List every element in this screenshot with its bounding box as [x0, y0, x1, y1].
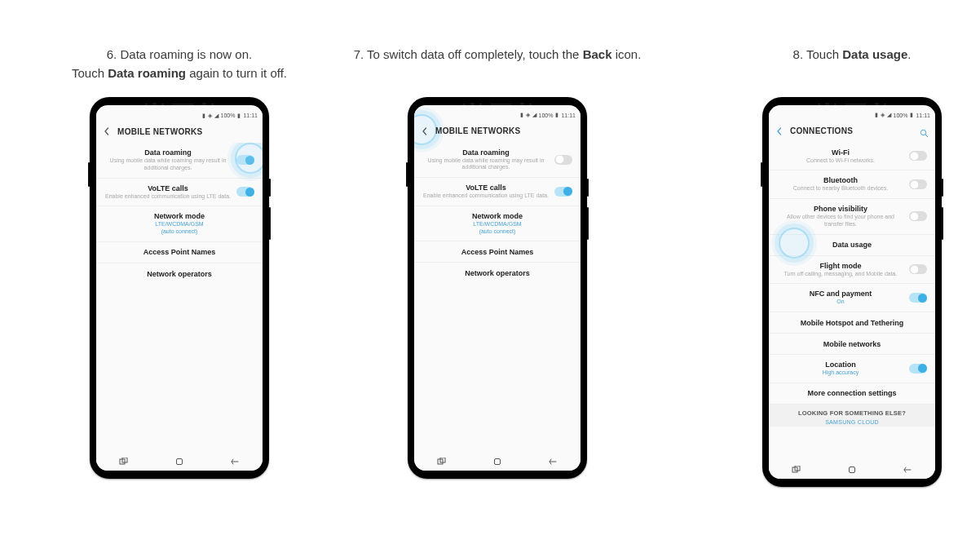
sub-l1: LTE/WCDMA/GSM [473, 221, 521, 227]
row-title: Mobile networks [777, 340, 927, 348]
back-button[interactable] [419, 126, 430, 137]
cap-text: Touch [806, 47, 842, 61]
nfc-toggle[interactable] [909, 293, 927, 303]
row-flight-mode[interactable]: Flight mode Turn off calling, messaging,… [769, 256, 935, 285]
phone-frame-8: ▮ ◈ ◢ 100% ▮ 11:11 CONNECTIONS Wi- [762, 97, 942, 487]
nav-home-button[interactable] [485, 456, 510, 467]
row-title: Access Point Names [422, 248, 572, 256]
row-apn[interactable]: Access Point Names [96, 242, 263, 263]
row-sub: Enable enhanced communication using LTE … [422, 192, 550, 200]
row-title: Network operators [422, 269, 572, 277]
row-data-roaming[interactable]: Data roaming Using mobile data while roa… [96, 143, 263, 179]
cap-text: . [907, 47, 911, 61]
step-num: 7. [354, 47, 364, 61]
row-data-roaming[interactable]: Data roaming Using mobile data while roa… [414, 143, 580, 179]
back-button[interactable] [774, 126, 785, 137]
header-title: MOBILE NETWORKS [435, 126, 521, 135]
step-7: 7. To switch data off completely, touch … [318, 46, 677, 479]
status-wifi-icon: ◈ [526, 112, 530, 118]
row-volte[interactable]: VoLTE calls Enable enhanced communicatio… [414, 178, 580, 206]
cap-text: icon. [612, 47, 642, 61]
row-mobile-networks[interactable]: Mobile networks [769, 334, 935, 355]
row-data-usage[interactable]: Data usage [769, 235, 935, 256]
visibility-toggle[interactable] [909, 211, 927, 221]
row-sub: LTE/WCDMA/GSM (auto connect) [104, 221, 254, 236]
svg-point-6 [920, 130, 925, 135]
row-title: More connection settings [777, 389, 927, 397]
nav-home-button[interactable] [167, 456, 192, 467]
row-operators[interactable]: Network operators [96, 263, 263, 285]
row-sub: LTE/WCDMA/GSM (auto connect) [422, 221, 572, 236]
step-num: 6. [107, 47, 117, 61]
cap-bold: Data usage [842, 47, 907, 61]
app-header: MOBILE NETWORKS [96, 120, 263, 143]
row-more-settings[interactable]: More connection settings [769, 383, 935, 405]
row-location[interactable]: Location High accuracy [769, 355, 935, 383]
row-volte[interactable]: VoLTE calls Enable enhanced communicatio… [96, 179, 263, 207]
nav-back-button[interactable] [541, 456, 565, 467]
row-phone-visibility[interactable]: Phone visibility Allow other devices to … [769, 199, 935, 235]
row-sub: Using mobile data while roaming may resu… [422, 157, 550, 172]
status-time: 11:11 [243, 113, 258, 118]
footer-link[interactable]: SAMSUNG CLOUD [777, 419, 927, 425]
flight-toggle[interactable] [909, 264, 927, 274]
svg-rect-10 [850, 467, 855, 472]
location-toggle[interactable] [909, 364, 927, 374]
cap-text: again to turn it off. [186, 66, 287, 80]
nav-recent-button[interactable] [112, 456, 136, 467]
volte-toggle[interactable] [236, 187, 254, 197]
nav-recent-button[interactable] [784, 464, 809, 475]
cap-bold: Data roaming [108, 66, 186, 80]
data-roaming-toggle[interactable] [236, 155, 254, 165]
row-title: NFC and payment [777, 290, 904, 298]
row-network-mode[interactable]: Network mode LTE/WCDMA/GSM (auto connect… [414, 206, 580, 242]
status-nfc-icon: ▮ [520, 112, 523, 118]
status-batt-icon: ▮ [237, 113, 241, 119]
row-bluetooth[interactable]: Bluetooth Connect to nearby Bluetooth de… [769, 170, 935, 199]
sub-l1: LTE/WCDMA/GSM [155, 221, 203, 227]
back-button[interactable] [101, 126, 113, 137]
status-wifi-icon: ◈ [208, 113, 212, 119]
data-roaming-toggle[interactable] [554, 155, 572, 165]
cap-text: Data roaming is now on. [120, 47, 252, 61]
row-sub: Connect to Wi-Fi networks. [777, 157, 904, 165]
nav-recent-button[interactable] [430, 456, 454, 467]
row-hotspot[interactable]: Mobile Hotspot and Tethering [769, 312, 935, 334]
step-6: 6. Data roaming is now on. Touch Data ro… [24, 46, 334, 479]
step-8: 8. Touch Data usage. ▮ ◈ ◢ 100% ▮ 11:11 … [742, 46, 962, 487]
row-network-mode[interactable]: Network mode LTE/WCDMA/GSM (auto connect… [96, 206, 263, 242]
status-bar: ▮ ◈ ◢ 100% ▮ 11:11 [769, 110, 935, 120]
row-nfc[interactable]: NFC and payment On [769, 284, 935, 312]
status-bar: ▮ ◈ ◢ 100% ▮ 11:11 [96, 110, 263, 120]
screen-mobile-networks: ▮ ◈ ◢ 100% ▮ 11:11 MOBILE NETWORKS Data … [414, 105, 580, 471]
svg-rect-2 [177, 459, 183, 465]
row-title: Data roaming [422, 148, 550, 157]
cap-bold: Back [583, 47, 612, 61]
bluetooth-toggle[interactable] [909, 179, 927, 189]
row-sub: Turn off calling, messaging, and Mobile … [777, 271, 904, 278]
status-nfc-icon: ▮ [875, 112, 878, 118]
row-wifi[interactable]: Wi-Fi Connect to Wi-Fi networks. [769, 143, 935, 171]
nav-bar [769, 459, 935, 479]
step-7-caption: 7. To switch data off completely, touch … [318, 46, 677, 64]
step-num: 8. [793, 47, 804, 61]
nav-home-button[interactable] [840, 464, 864, 475]
nav-bar [414, 451, 580, 471]
row-operators[interactable]: Network operators [414, 263, 580, 284]
row-title: VoLTE calls [104, 184, 232, 192]
nav-back-button[interactable] [895, 464, 920, 475]
status-signal-icon: ◢ [532, 112, 536, 118]
wifi-toggle[interactable] [909, 151, 927, 161]
app-header: MOBILE NETWORKS [414, 120, 580, 143]
footer-section: LOOKING FOR SOMETHING ELSE? SAMSUNG CLOU… [769, 405, 935, 427]
nav-back-button[interactable] [223, 456, 247, 467]
volte-toggle[interactable] [554, 187, 572, 197]
svg-rect-5 [495, 458, 501, 464]
search-icon[interactable] [919, 126, 929, 136]
phone-frame-6: ▮ ◈ ◢ 100% ▮ 11:11 MOBILE NETWORKS Data … [90, 97, 269, 479]
status-bar: ▮ ◈ ◢ 100% ▮ 11:11 [414, 110, 580, 120]
sub-l2: (auto connect) [104, 228, 254, 236]
cap-text: Touch [72, 66, 108, 80]
row-apn[interactable]: Access Point Names [414, 241, 580, 263]
status-wifi-icon: ◈ [881, 112, 885, 118]
